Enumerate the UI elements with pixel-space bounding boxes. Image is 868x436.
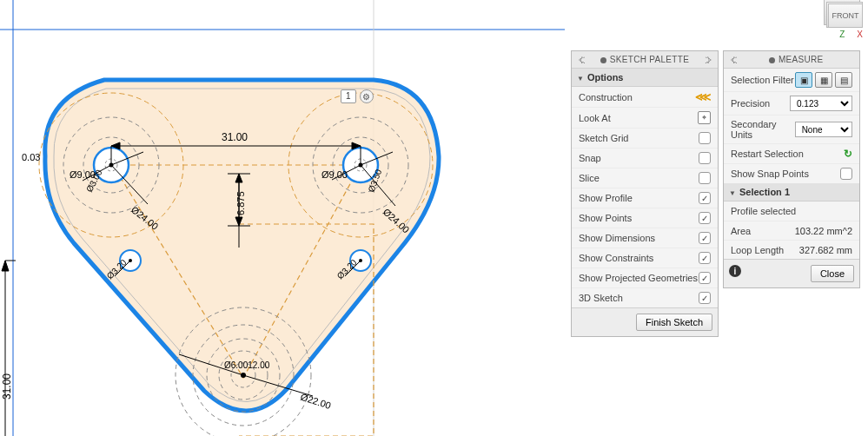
loop-length-value: 327.682 mm: [799, 245, 852, 255]
axis-legend: Z X: [839, 30, 863, 39]
show-points-checkbox[interactable]: [699, 212, 711, 224]
measure-dot-icon: [769, 57, 775, 63]
palette-dot-icon: [600, 57, 606, 63]
sketch-grid-checkbox[interactable]: [699, 132, 711, 144]
finish-sketch-button[interactable]: Finish Sketch: [636, 314, 712, 331]
row-precision: Precision 0.123: [724, 91, 859, 115]
measure-title: MEASURE: [779, 55, 824, 64]
secondary-units-label: Secondary Units: [731, 119, 795, 140]
precision-select[interactable]: 0.123: [790, 96, 852, 111]
dim-vertical-6-875: 6.875: [235, 191, 246, 215]
sketch-viewport[interactable]: 31.00 6.875 31.00 0.03 Ø9.00 Ø3.00 Ø24.0…: [0, 0, 565, 436]
show-dimensions-checkbox[interactable]: [699, 232, 711, 244]
dim-offset-03: 0.03: [22, 152, 40, 162]
selection-filter-label: Selection Filter: [731, 75, 794, 85]
row-look-at: Look At ⌖: [572, 107, 718, 128]
row-show-profile: Show Profile: [572, 188, 718, 208]
row-restart-selection: Restart Selection ↻: [724, 143, 859, 163]
construction-label: Construction: [579, 92, 633, 102]
row-show-points: Show Points: [572, 208, 718, 228]
info-icon[interactable]: i: [729, 265, 741, 277]
sketch-palette-title: SKETCH PALETTE: [610, 55, 689, 64]
row-show-constraints: Show Constraints: [572, 248, 718, 268]
show-snap-points-label: Show Snap Points: [731, 168, 809, 179]
dim-horizontal-31: 31.00: [222, 131, 248, 143]
row-construction: Construction ⋘: [572, 87, 718, 107]
slice-checkbox[interactable]: [699, 172, 711, 184]
row-slice: Slice: [572, 168, 718, 188]
sketch-grid-label: Sketch Grid: [579, 133, 628, 143]
row-3d-sketch: 3D Sketch: [572, 287, 718, 307]
show-projected-checkbox[interactable]: [699, 272, 711, 284]
dim-bottom-d22: Ø22.00: [299, 391, 332, 411]
show-points-label: Show Points: [579, 213, 632, 223]
close-button[interactable]: Close: [811, 265, 854, 282]
row-sketch-grid: Sketch Grid: [572, 128, 718, 148]
snap-label: Snap: [579, 153, 601, 163]
slice-label: Slice: [579, 173, 600, 183]
measure-panel: ⦓ MEASURE Selection Filter ▣ ▦ ▤ Precisi…: [723, 50, 860, 288]
show-dimensions-label: Show Dimensions: [579, 233, 655, 243]
profile-selected-note: Profile selected: [731, 206, 796, 216]
row-show-dimensions: Show Dimensions: [572, 228, 718, 248]
show-projected-label: Show Projected Geometries: [579, 273, 698, 283]
restart-selection-label: Restart Selection: [731, 149, 804, 159]
show-constraints-label: Show Constraints: [579, 253, 653, 263]
panel-collapse-right-icon[interactable]: ⦔: [704, 55, 712, 64]
selection-header[interactable]: Selection 1: [724, 183, 859, 201]
show-profile-checkbox[interactable]: [699, 192, 711, 204]
snap-checkbox[interactable]: [699, 152, 711, 164]
restart-selection-icon[interactable]: ↻: [844, 148, 852, 160]
filter-body-button[interactable]: ▦: [815, 72, 832, 88]
measure-collapse-left-icon[interactable]: ⦓: [729, 55, 738, 64]
measure-panel-footer: i Close: [724, 259, 859, 287]
row-show-snap-points: Show Snap Points: [724, 163, 859, 183]
area-value: 103.22 mm^2: [795, 226, 852, 236]
row-show-projected: Show Projected Geometries: [572, 268, 718, 287]
sketch-badge-number: 1: [341, 89, 356, 103]
row-secondary-units: Secondary Units None: [724, 115, 859, 143]
look-at-label: Look At: [579, 113, 611, 123]
show-snap-points-checkbox[interactable]: [840, 168, 852, 180]
sketch-palette-panel: ⦓ SKETCH PALETTE ⦔ Options Construction …: [571, 50, 719, 337]
svg-marker-49: [2, 261, 9, 271]
measure-titlebar[interactable]: ⦓ MEASURE: [724, 51, 859, 69]
three-d-sketch-checkbox[interactable]: [699, 292, 711, 304]
three-d-sketch-label: 3D Sketch: [579, 293, 623, 303]
sketch-badge[interactable]: 1 ⚙: [341, 89, 374, 103]
axis-x-label: X: [857, 30, 863, 39]
area-label: Area: [731, 226, 751, 236]
sketch-panel-footer: Finish Sketch: [572, 307, 718, 336]
show-constraints-checkbox[interactable]: [699, 252, 711, 264]
view-cube[interactable]: FRONT Z X: [828, 3, 863, 39]
dim-left-31: 31.00: [1, 373, 13, 400]
gear-icon[interactable]: ⚙: [360, 89, 374, 103]
axis-z-label: Z: [839, 30, 845, 39]
row-loop-length: Loop Length 327.682 mm: [724, 240, 859, 259]
construction-icon[interactable]: ⋘: [695, 90, 711, 103]
precision-label: Precision: [731, 98, 770, 109]
loop-length-label: Loop Length: [731, 245, 784, 255]
sketch-palette-titlebar[interactable]: ⦓ SKETCH PALETTE ⦔: [572, 51, 718, 69]
row-area: Area 103.22 mm^2: [724, 221, 859, 240]
filter-component-button[interactable]: ▤: [835, 72, 852, 88]
row-selection-filter: Selection Filter ▣ ▦ ▤: [724, 69, 859, 91]
view-cube-face-front[interactable]: FRONT: [828, 3, 863, 28]
look-at-icon[interactable]: ⌖: [698, 111, 711, 124]
show-profile-label: Show Profile: [579, 193, 633, 203]
filter-face-button[interactable]: ▣: [795, 72, 812, 88]
options-header[interactable]: Options: [572, 69, 718, 87]
row-snap: Snap: [572, 148, 718, 168]
dim-right-d9: Ø9.00: [321, 169, 348, 180]
panel-collapse-left-icon[interactable]: ⦓: [577, 55, 586, 64]
dim-bottom-d12: Ø6.0012.00: [224, 360, 270, 370]
row-profile-selected: Profile selected: [724, 201, 859, 221]
secondary-units-select[interactable]: None: [795, 122, 852, 137]
